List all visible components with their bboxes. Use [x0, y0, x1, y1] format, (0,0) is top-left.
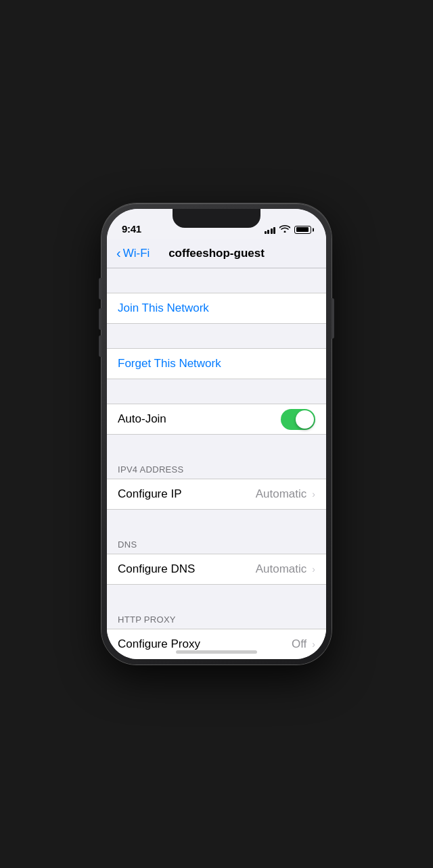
configure-proxy-value: Off › — [292, 637, 315, 651]
configure-proxy-label: Configure Proxy — [118, 637, 292, 651]
auto-join-toggle[interactable] — [281, 409, 315, 430]
dns-section-header: DNS — [107, 534, 326, 554]
phone-frame: 9:41 — [101, 203, 332, 665]
gap-3 — [107, 379, 326, 404]
forget-network-cell[interactable]: Forget This Network — [107, 349, 326, 379]
notch — [173, 209, 260, 228]
dns-section: Configure DNS Automatic › — [107, 554, 326, 585]
back-button[interactable]: ‹ Wi-Fi — [116, 247, 150, 260]
proxy-section: Configure Proxy Off › — [107, 629, 326, 659]
gap-2 — [107, 324, 326, 348]
auto-join-cell: Auto-Join — [107, 404, 326, 434]
gap-6 — [107, 585, 326, 609]
configure-ip-label: Configure IP — [118, 487, 256, 501]
wifi-icon — [279, 224, 290, 235]
phone-screen: 9:41 — [107, 209, 326, 659]
gap-1 — [107, 268, 326, 293]
status-time: 9:41 — [122, 223, 141, 235]
configure-dns-value: Automatic › — [256, 562, 315, 576]
settings-content: Join This Network Forget This Network Au… — [107, 268, 326, 659]
page-title: coffeeshop-guest — [168, 247, 265, 260]
configure-dns-cell[interactable]: Configure DNS Automatic › — [107, 554, 326, 584]
ipv4-section-header: IPV4 ADDRESS — [107, 459, 326, 479]
configure-ip-cell[interactable]: Configure IP Automatic › — [107, 479, 326, 509]
join-network-cell[interactable]: Join This Network — [107, 293, 326, 323]
http-proxy-section-header: HTTP PROXY — [107, 609, 326, 629]
chevron-right-icon: › — [312, 489, 315, 500]
toggle-knob — [296, 410, 314, 429]
status-icons — [265, 224, 312, 235]
home-indicator[interactable] — [176, 650, 257, 654]
configure-ip-value: Automatic › — [256, 487, 315, 501]
configure-proxy-cell[interactable]: Configure Proxy Off › — [107, 629, 326, 659]
battery-icon — [294, 226, 311, 234]
gap-5 — [107, 510, 326, 534]
configure-dns-label: Configure DNS — [118, 562, 256, 576]
signal-bars-icon — [265, 226, 276, 234]
auto-join-section: Auto-Join — [107, 404, 326, 435]
back-label: Wi-Fi — [123, 247, 150, 260]
ipv4-section: Configure IP Automatic › — [107, 479, 326, 510]
join-network-section: Join This Network — [107, 293, 326, 324]
chevron-right-icon-proxy: › — [312, 639, 315, 650]
chevron-right-icon-dns: › — [312, 564, 315, 575]
forget-network-section: Forget This Network — [107, 348, 326, 379]
forget-network-label: Forget This Network — [118, 357, 315, 370]
gap-4 — [107, 435, 326, 459]
auto-join-label: Auto-Join — [118, 412, 281, 426]
back-chevron-icon: ‹ — [116, 246, 121, 260]
nav-bar: ‹ Wi-Fi coffeeshop-guest — [107, 239, 326, 268]
join-network-label: Join This Network — [118, 302, 315, 315]
